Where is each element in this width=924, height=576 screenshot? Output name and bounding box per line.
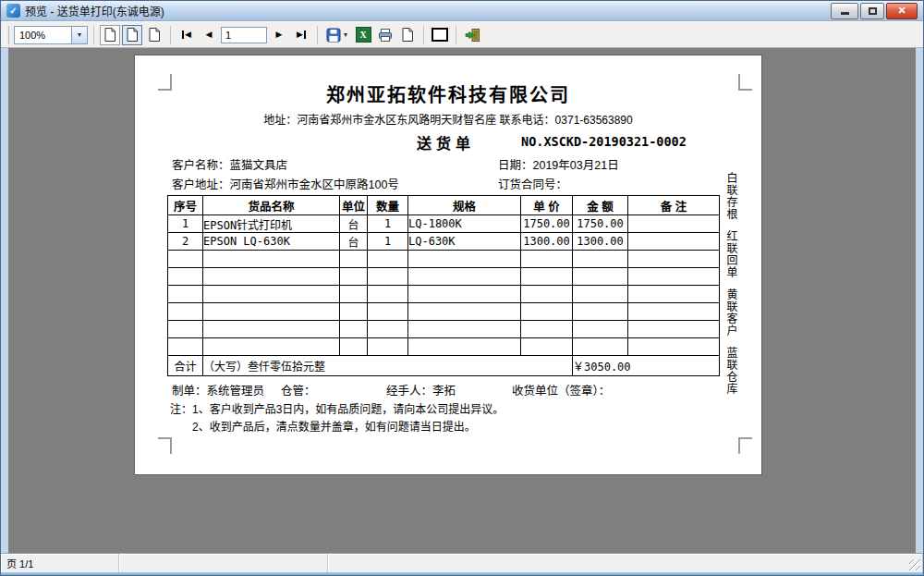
header-cell: 规格	[408, 196, 521, 215]
toolbar-separator	[456, 26, 456, 44]
page-width-icon	[126, 27, 139, 43]
preview-area[interactable]: 郑州亚拓软件科技有限公司 地址：河南省郑州市金水区东风路明天财智名座 联系电话：…	[1, 48, 923, 553]
table-cell: 1	[368, 233, 408, 251]
table-cell: 1750.00	[521, 215, 573, 233]
table-cell: EPSON针式打印机	[203, 215, 340, 233]
previous-page-button[interactable]: ◀	[199, 25, 219, 45]
table-cell: EPSON LQ-630K	[203, 233, 340, 251]
save-button[interactable]: ▼	[323, 25, 351, 45]
table-cell: 1300.00	[573, 233, 628, 251]
margin-corner-mark	[738, 437, 752, 454]
table-empty-row	[168, 268, 720, 286]
table-cell	[628, 215, 720, 233]
next-page-icon: ▶	[276, 31, 283, 39]
export-excel-button[interactable]: X	[353, 25, 373, 45]
table-empty-row	[168, 321, 720, 338]
minimize-icon	[841, 12, 849, 15]
zoom-dropdown-button[interactable]: ▼	[71, 27, 87, 43]
toolbar-separator	[170, 26, 171, 44]
note-line-1: 注：1、客户收到产品3日内，如有品质问题，请向本公司提出异议。	[170, 401, 504, 419]
table-cell: 1	[368, 215, 408, 233]
actual-size-view-button[interactable]	[144, 25, 164, 45]
close-icon: ✕	[897, 6, 906, 16]
exit-door-icon	[465, 28, 480, 43]
zoom-combobox[interactable]: 100% ▼	[14, 26, 88, 44]
notes: 注：1、客户收到产品3日内，如有品质问题，请向本公司提出异议。 2、收到产品后，…	[170, 401, 504, 436]
table-cell: 1	[168, 215, 203, 233]
minimize-button[interactable]	[831, 3, 858, 19]
header-cell: 货品名称	[203, 196, 340, 215]
note-line-2: 2、收到产品后，清点数量并盖章，如有问题请当日提出。	[170, 419, 504, 436]
whole-page-view-button[interactable]	[100, 25, 120, 45]
table-empty-row	[168, 338, 720, 356]
maker-value: 系统管理员	[207, 385, 265, 398]
toolbar: 100% ▼ ◀ ◀ ▶ ▶ ▼ X	[1, 21, 923, 48]
printer-icon	[378, 28, 393, 43]
first-page-button[interactable]: ◀	[176, 25, 197, 45]
save-dropdown-arrow-icon: ▼	[343, 31, 349, 38]
table-cell: 台	[340, 215, 368, 233]
close-button[interactable]: ✕	[886, 3, 918, 19]
header-cell: 金 额	[573, 196, 628, 215]
toolbar-separator	[423, 26, 424, 44]
customer-address-field: 客户地址：河南省郑州市金水区中原路100号	[172, 175, 399, 192]
resize-grip-icon[interactable]	[909, 559, 920, 570]
table-empty-cell	[168, 286, 203, 303]
header-cell: 单 价	[521, 196, 573, 215]
warehouse-field: 仓管：	[281, 381, 316, 398]
document-title: 送货单	[417, 131, 475, 153]
page-width-view-button[interactable]	[122, 25, 142, 45]
customer-name-label: 客户名称：	[172, 159, 230, 172]
table-header-row: 序号 货品名称 单位 数量 规格 单 价 金 额 备 注	[168, 196, 720, 215]
header-cell: 备 注	[628, 196, 720, 215]
contract-label: 订货合同号：	[498, 178, 567, 191]
table-row: 2 EPSON LQ-630K 台 1 LQ-630K 1300.00 1300…	[168, 233, 720, 251]
page-whole-icon	[103, 27, 116, 43]
status-page-info: 页 1/1	[1, 554, 119, 572]
exit-button[interactable]	[462, 25, 482, 45]
table-row: 1 EPSON针式打印机 台 1 LQ-1800K 1750.00 1750.0…	[168, 215, 720, 233]
page-setup-button[interactable]	[397, 25, 418, 45]
save-icon	[326, 28, 341, 43]
table-cell	[628, 233, 720, 251]
table-empty-cell	[168, 321, 203, 338]
next-page-button[interactable]: ▶	[269, 25, 289, 45]
maker-label: 制单：	[172, 385, 207, 398]
table-cell: 1300.00	[521, 233, 573, 251]
toolbar-grip	[5, 26, 9, 44]
table-cell: LQ-1800K	[408, 215, 521, 233]
company-address-line: 地址：河南省郑州市金水区东风路明天财智名座 联系电话：0371-63563890	[135, 111, 761, 127]
signature-row: 制单：系统管理员 仓管： 经手人：李拓 收货单位（签章）：	[135, 381, 761, 396]
document-page: 郑州亚拓软件科技有限公司 地址：河南省郑州市金水区东风路明天财智名座 联系电话：…	[135, 55, 761, 474]
excel-icon: X	[356, 27, 371, 43]
header-cell: 单位	[340, 196, 368, 215]
customer-name-value: 蓝猫文具店	[230, 159, 288, 172]
table-total-row: 合计 （大写）叁仟零伍拾元整 ￥3050.00	[168, 356, 720, 376]
maker-field: 制单：系统管理员	[172, 381, 264, 398]
company-name: 郑州亚拓软件科技有限公司	[135, 80, 761, 107]
page-number-input[interactable]	[221, 27, 267, 43]
table-cell: 1750.00	[573, 215, 628, 233]
total-words-cell: （大写）叁仟零伍拾元整	[203, 356, 573, 376]
margins-button[interactable]	[430, 25, 450, 45]
maximize-icon	[869, 7, 877, 15]
table-empty-row	[168, 286, 720, 303]
copy-label-white: 白联存根	[724, 172, 737, 220]
window-bottom-frame	[1, 572, 923, 576]
handler-field: 经手人：李拓	[386, 381, 456, 398]
copy-label-yellow: 黄联客户	[724, 288, 737, 337]
maximize-button[interactable]	[860, 3, 884, 19]
table-cell: 2	[168, 233, 203, 251]
customer-address-value: 河南省郑州市金水区中原路100号	[230, 178, 399, 191]
last-page-button[interactable]: ▶	[291, 25, 311, 45]
previous-page-icon: ◀	[206, 31, 213, 39]
toolbar-separator	[93, 26, 94, 44]
document-number: NO.XSCKD-20190321-0002	[521, 134, 687, 149]
status-panel	[119, 554, 328, 572]
print-button[interactable]	[375, 25, 395, 45]
status-panel	[328, 554, 923, 572]
receiver-field: 收货单位（签章）：	[512, 381, 610, 398]
header-cell: 序号	[168, 196, 203, 215]
table-empty-cell	[168, 251, 203, 268]
toolbar-separator	[317, 26, 318, 44]
